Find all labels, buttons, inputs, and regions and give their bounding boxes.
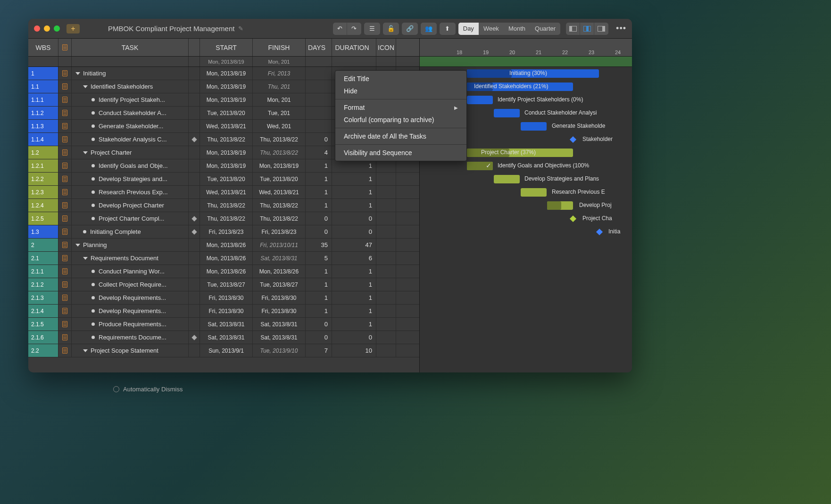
menu-item[interactable]: Visibility and Sequence [335, 147, 466, 159]
header-milestone[interactable] [189, 39, 200, 56]
task-row[interactable]: 2.1.3Develop Requirements...Fri, 2013/8/… [28, 291, 419, 305]
note-cell[interactable] [58, 159, 72, 172]
days-cell[interactable]: 0 [306, 212, 332, 225]
days-cell[interactable]: 1 [306, 173, 332, 185]
days-cell[interactable] [306, 67, 332, 80]
days-cell[interactable]: 1 [306, 265, 332, 278]
days-cell[interactable] [306, 107, 332, 119]
start-cell[interactable]: Mon, 2013/8/19 [200, 67, 253, 80]
start-cell[interactable]: Sat, 2013/8/31 [200, 318, 253, 330]
finish-cell[interactable]: Wed, 2013/8/21 [253, 186, 306, 198]
menu-item[interactable]: Hide [335, 85, 466, 97]
days-cell[interactable]: 1 [306, 199, 332, 212]
duration-cell[interactable]: 0 [332, 212, 376, 225]
header-start[interactable]: START [200, 39, 253, 56]
task-name-cell[interactable]: Develop Requirements... [72, 305, 189, 317]
days-cell[interactable]: 1 [306, 159, 332, 172]
export-button[interactable]: ⬆ [440, 23, 456, 35]
note-cell[interactable] [58, 318, 72, 330]
duration-cell[interactable]: 1 [332, 159, 376, 172]
note-cell[interactable] [58, 212, 72, 225]
gantt-row[interactable]: Initia [420, 225, 632, 239]
note-cell[interactable] [58, 107, 72, 119]
gantt-bar[interactable] [521, 188, 547, 197]
duration-cell[interactable]: 0 [332, 331, 376, 344]
task-name-cell[interactable]: Project Charter [72, 146, 189, 159]
days-cell[interactable]: 0 [306, 331, 332, 344]
duration-cell[interactable]: 6 [332, 252, 376, 264]
menu-item[interactable]: Colorful (comparing to archive) [335, 114, 466, 126]
duration-cell[interactable]: 47 [332, 239, 376, 251]
task-row[interactable]: 2.1.2Collect Project Require...Tue, 2013… [28, 278, 419, 291]
note-cell[interactable] [58, 239, 72, 251]
start-cell[interactable]: Mon, 2013/8/19 [200, 146, 253, 159]
days-cell[interactable] [306, 93, 332, 106]
finish-cell[interactable]: Thu, 2013/8/22 [253, 212, 306, 225]
duration-cell[interactable]: 1 [332, 305, 376, 317]
days-cell[interactable]: 0 [306, 225, 332, 238]
start-cell[interactable]: Sat, 2013/8/31 [200, 331, 253, 344]
menu-item[interactable]: Archive date of All the Tasks [335, 130, 466, 142]
task-name-cell[interactable]: Generate Stakeholder... [72, 120, 189, 132]
finish-cell[interactable]: Sat, 2013/8/31 [253, 331, 306, 344]
task-name-cell[interactable]: Research Previous Exp... [72, 186, 189, 198]
duration-cell[interactable]: 1 [332, 173, 376, 185]
header-task[interactable]: TASK [72, 39, 189, 56]
milestone-diamond-icon[interactable] [596, 229, 603, 235]
note-cell[interactable] [58, 146, 72, 159]
milestone-diamond-icon[interactable] [570, 136, 576, 143]
gantt-row[interactable]: Research Previous E [420, 186, 632, 199]
task-row[interactable]: 1.2.3Research Previous Exp...Wed, 2013/8… [28, 186, 419, 199]
note-cell[interactable] [58, 265, 72, 278]
minimize-window-button[interactable] [44, 25, 50, 32]
task-name-cell[interactable]: Develop Requirements... [72, 291, 189, 304]
duration-cell[interactable]: 1 [332, 186, 376, 198]
duration-cell[interactable]: 0 [332, 225, 376, 238]
finish-cell[interactable]: Fri, 2013/10/11 [253, 239, 306, 251]
days-cell[interactable] [306, 80, 332, 93]
finish-cell[interactable]: Thu, 2013/8/22 [253, 146, 306, 159]
task-name-cell[interactable]: Initiating Complete [72, 225, 189, 238]
menu-item[interactable]: Edit Title [335, 73, 466, 85]
start-cell[interactable]: Tue, 2013/8/20 [200, 173, 253, 185]
task-row[interactable]: 2.1.4Develop Requirements...Fri, 2013/8/… [28, 305, 419, 318]
note-cell[interactable] [58, 344, 72, 357]
days-cell[interactable]: 5 [306, 252, 332, 264]
task-name-cell[interactable]: Planning [72, 239, 189, 251]
gantt-bar[interactable] [467, 96, 493, 104]
task-name-cell[interactable]: Collect Project Require... [72, 278, 189, 291]
gantt-row[interactable]: Project Cha [420, 212, 632, 225]
note-cell[interactable] [58, 331, 72, 344]
header-days[interactable]: DAYS [306, 39, 332, 56]
task-name-cell[interactable]: Identify Goals and Obje... [72, 159, 189, 172]
gantt-row[interactable]: ✓Identify Goals and Objectives (100% [420, 159, 632, 173]
task-row[interactable]: 2.1.5Produce Requirements...Sat, 2013/8/… [28, 318, 419, 331]
finish-cell[interactable]: Sat, 2013/8/31 [253, 252, 306, 264]
task-row[interactable]: 1.2.5Project Charter Compl...Thu, 2013/8… [28, 212, 419, 225]
start-cell[interactable]: Thu, 2013/8/22 [200, 199, 253, 212]
undo-button[interactable]: ↶ [333, 23, 347, 35]
finish-cell[interactable]: Wed, 201 [253, 120, 306, 132]
task-name-cell[interactable]: Stakeholder Analysis C... [72, 133, 189, 146]
days-cell[interactable]: 35 [306, 239, 332, 251]
note-cell[interactable] [58, 305, 72, 317]
start-cell[interactable]: Thu, 2013/8/22 [200, 133, 253, 146]
note-cell[interactable] [58, 133, 72, 146]
days-cell[interactable]: 4 [306, 146, 332, 159]
days-cell[interactable]: 1 [306, 278, 332, 291]
task-name-cell[interactable]: Identified Stakeholders [72, 80, 189, 93]
users-button[interactable]: 👥 [421, 23, 437, 35]
start-cell[interactable]: Fri, 2013/8/23 [200, 225, 253, 238]
finish-cell[interactable]: Tue, 2013/8/20 [253, 173, 306, 185]
task-row[interactable]: 2.1.1Conduct Planning Wor...Mon, 2013/8/… [28, 265, 419, 278]
task-name-cell[interactable]: Requirements Docume... [72, 331, 189, 344]
task-name-cell[interactable]: Project Charter Compl... [72, 212, 189, 225]
finish-cell[interactable]: Sat, 2013/8/31 [253, 318, 306, 330]
start-cell[interactable]: Mon, 2013/8/19 [200, 80, 253, 93]
menu-item[interactable]: Format▶ [335, 101, 466, 114]
header-wbs[interactable]: WBS [28, 39, 58, 56]
gantt-bar[interactable] [494, 175, 520, 183]
finish-cell[interactable]: Tue, 2013/9/10 [253, 344, 306, 357]
gantt-row[interactable]: Develop Strategies and Plans [420, 173, 632, 186]
task-row[interactable]: 2.2Project Scope StatementSun, 2013/9/1T… [28, 344, 419, 357]
